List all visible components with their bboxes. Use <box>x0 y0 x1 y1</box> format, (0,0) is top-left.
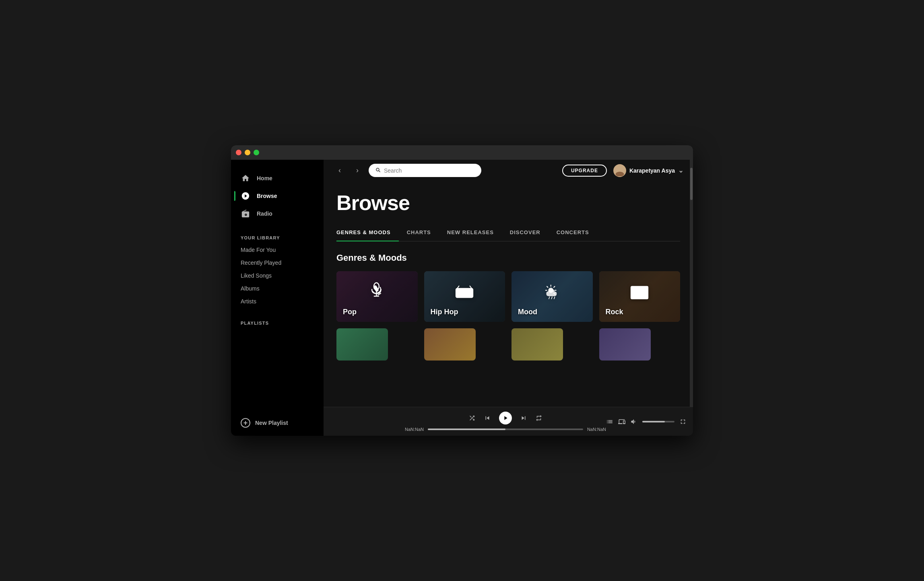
amplifier-icon <box>629 282 650 306</box>
tab-new-releases[interactable]: NEW RELEASES <box>439 225 502 241</box>
genre-grid-row1: Pop <box>336 271 680 322</box>
forward-button[interactable]: › <box>351 164 364 177</box>
topbar-left: ‹ › <box>333 164 481 177</box>
library-links: Made For You Recently Played Liked Songs… <box>231 243 324 308</box>
tab-bar: GENRES & MOODS CHARTS NEW RELEASES DISCO… <box>336 225 680 241</box>
queue-button[interactable] <box>606 418 613 425</box>
topbar-right: UPGRADE Karapetyan Asya ⌄ <box>562 164 683 177</box>
section-title: Genres & Moods <box>336 253 680 263</box>
volume-bar[interactable] <box>642 421 674 422</box>
genre-card-rock[interactable]: Rock <box>599 271 681 322</box>
search-input[interactable] <box>384 167 475 174</box>
next-button[interactable] <box>520 414 527 422</box>
repeat-button[interactable] <box>535 414 542 422</box>
devices-button[interactable] <box>618 418 625 425</box>
svg-line-21 <box>554 286 555 287</box>
genre-card-bg <box>424 328 476 361</box>
microphone-icon <box>367 282 388 306</box>
tab-genres-moods[interactable]: GENRES & MOODS <box>336 225 399 241</box>
app-body: Home Browse <box>231 160 693 436</box>
close-button[interactable] <box>236 150 241 155</box>
player-center: NaN:NaN NaN:NaN <box>405 412 606 432</box>
volume-button[interactable] <box>630 418 637 425</box>
genre-card-bg <box>599 328 651 361</box>
sidebar-item-home[interactable]: Home <box>234 169 320 187</box>
chevron-down-icon: ⌄ <box>678 167 683 174</box>
svg-line-28 <box>554 297 555 299</box>
sidebar-item-liked-songs[interactable]: Liked Songs <box>234 269 320 282</box>
main-area: ‹ › UPGRADE <box>324 160 693 436</box>
browse-icon <box>241 191 250 201</box>
tab-discover[interactable]: DISCOVER <box>502 225 549 241</box>
radio-icon <box>241 209 250 218</box>
volume-fill <box>642 421 665 422</box>
genre-grid-row2 <box>336 328 680 361</box>
svg-point-14 <box>468 292 470 294</box>
genre-card-7[interactable] <box>512 328 563 361</box>
fullscreen-button[interactable] <box>679 418 687 425</box>
upgrade-button[interactable]: UPGRADE <box>562 165 607 177</box>
genre-card-5[interactable] <box>336 328 388 361</box>
progress-track[interactable] <box>428 429 583 430</box>
maximize-button[interactable] <box>254 150 259 155</box>
sidebar-item-made-for-you[interactable]: Made For You <box>234 243 320 256</box>
topbar: ‹ › UPGRADE <box>324 160 693 181</box>
progress-fill <box>428 429 505 430</box>
plus-icon: + <box>241 418 250 428</box>
boombox-icon <box>454 282 475 306</box>
user-profile[interactable]: Karapetyan Asya ⌄ <box>613 164 683 177</box>
sidebar: Home Browse <box>231 160 324 436</box>
sidebar-item-label: Browse <box>257 193 277 199</box>
sidebar-nav: Home Browse <box>231 163 324 229</box>
minimize-button[interactable] <box>245 150 250 155</box>
search-icon <box>375 167 381 174</box>
shuffle-button[interactable] <box>468 414 476 422</box>
player-bar: NaN:NaN NaN:NaN <box>324 407 693 436</box>
tab-concerts[interactable]: CONCERTS <box>549 225 597 241</box>
genre-card-bg <box>512 328 563 361</box>
sidebar-item-browse[interactable]: Browse <box>234 187 320 205</box>
search-box[interactable] <box>369 164 481 177</box>
player-controls <box>468 412 542 424</box>
tab-charts[interactable]: CHARTS <box>399 225 439 241</box>
svg-point-1 <box>615 171 624 176</box>
user-name: Karapetyan Asya <box>629 167 675 174</box>
progress-bar[interactable]: NaN:NaN NaN:NaN <box>405 427 606 432</box>
traffic-lights <box>236 150 259 155</box>
avatar <box>613 164 626 177</box>
your-library-label: YOUR LIBRARY <box>231 229 324 243</box>
genre-card-8[interactable] <box>599 328 651 361</box>
genre-card-bg <box>336 328 388 361</box>
svg-line-26 <box>549 297 550 299</box>
current-time: NaN:NaN <box>405 427 424 432</box>
svg-point-12 <box>459 292 461 294</box>
page-title: Browse <box>336 191 680 215</box>
total-time: NaN:NaN <box>587 427 606 432</box>
player-right <box>606 418 687 425</box>
playlists-label: PLAYLISTS <box>231 314 324 329</box>
scroll-indicator[interactable] <box>690 160 693 407</box>
svg-rect-15 <box>462 290 466 292</box>
genre-card-pop[interactable]: Pop <box>336 271 418 322</box>
back-button[interactable]: ‹ <box>333 164 346 177</box>
partly-cloudy-icon <box>542 282 563 306</box>
sidebar-item-label: Home <box>257 175 272 181</box>
play-pause-button[interactable] <box>499 412 512 424</box>
new-playlist-button[interactable]: + New Playlist <box>231 413 324 433</box>
scroll-thumb <box>690 168 693 200</box>
sidebar-item-radio[interactable]: Radio <box>234 205 320 223</box>
home-icon <box>241 173 250 183</box>
genre-label: Pop <box>343 308 357 316</box>
genre-label: Mood <box>518 308 537 316</box>
previous-button[interactable] <box>484 414 491 422</box>
svg-line-24 <box>547 286 548 287</box>
sidebar-item-recently-played[interactable]: Recently Played <box>234 256 320 269</box>
genre-card-6[interactable] <box>424 328 476 361</box>
sidebar-item-artists[interactable]: Artists <box>234 295 320 308</box>
genre-card-mood[interactable]: Mood <box>512 271 593 322</box>
genre-card-hiphop[interactable]: Hip Hop <box>424 271 505 322</box>
svg-point-0 <box>617 166 622 171</box>
svg-line-27 <box>551 297 552 299</box>
svg-point-35 <box>634 287 636 289</box>
sidebar-item-albums[interactable]: Albums <box>234 282 320 295</box>
